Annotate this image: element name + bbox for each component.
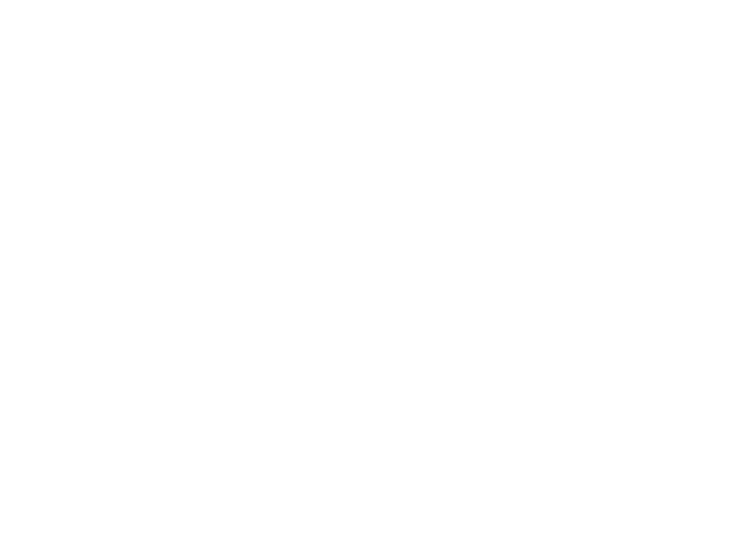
page — [0, 0, 749, 560]
swimlane-canvas — [15, 38, 734, 546]
header — [15, 13, 734, 33]
